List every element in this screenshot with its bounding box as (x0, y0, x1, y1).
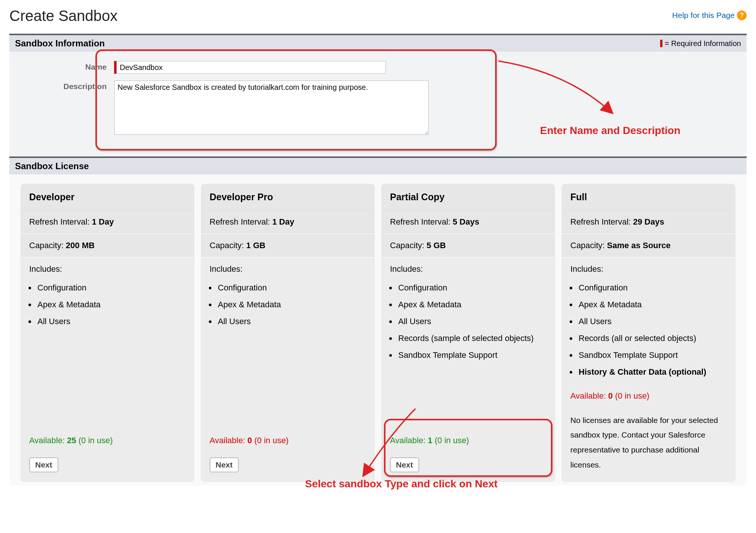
refresh-interval-row: Refresh Interval: 5 Days (382, 210, 555, 234)
required-indicator-icon (660, 40, 662, 47)
refresh-interval-row: Refresh Interval: 29 Days (562, 210, 735, 234)
includes-item: Sandbox Template Support (577, 347, 727, 363)
help-link-label: Help for this Page (672, 11, 735, 20)
name-input[interactable] (116, 61, 386, 74)
sandbox-information-header: Sandbox Information = Required Informati… (9, 34, 747, 52)
available-row: Available: 25 (0 in use) (21, 429, 194, 452)
license-title: Developer Pro (201, 184, 374, 210)
name-label: Name (17, 61, 114, 71)
includes-section: Includes:ConfigurationApex & MetadataAll… (562, 258, 735, 384)
includes-item: Records (all or selected objects) (577, 330, 727, 347)
includes-item: Configuration (216, 279, 366, 296)
includes-item: Configuration (397, 279, 546, 296)
description-textarea[interactable]: New Salesforce Sandbox is created by tut… (114, 80, 429, 135)
includes-item: Sandbox Template Support (397, 347, 546, 363)
available-row: Available: 0 (0 in use) (562, 384, 735, 408)
help-icon: ? (737, 10, 747, 20)
includes-item: Apex & Metadata (397, 296, 546, 313)
section-title: Sandbox License (15, 161, 89, 171)
next-button[interactable]: Next (29, 457, 58, 472)
license-card-developer: DeveloperRefresh Interval: 1 DayCapacity… (21, 184, 194, 482)
sandbox-license-body: DeveloperRefresh Interval: 1 DayCapacity… (9, 174, 747, 485)
license-card-partial-copy: Partial CopyRefresh Interval: 5 DaysCapa… (381, 184, 555, 482)
capacity-row: Capacity: Same as Source (562, 234, 735, 258)
includes-item: All Users (216, 313, 366, 330)
includes-item: All Users (36, 313, 186, 330)
includes-section: Includes:ConfigurationApex & MetadataAll… (201, 258, 374, 429)
refresh-interval-row: Refresh Interval: 1 Day (21, 210, 194, 234)
includes-item: Configuration (577, 279, 727, 296)
license-action: Next (382, 452, 555, 481)
next-button[interactable]: Next (210, 457, 239, 472)
capacity-row: Capacity: 200 MB (21, 234, 194, 258)
includes-item: Configuration (36, 279, 186, 296)
available-row: Available: 1 (0 in use) (382, 429, 555, 452)
capacity-row: Capacity: 1 GB (201, 234, 374, 258)
refresh-interval-row: Refresh Interval: 1 Day (201, 210, 374, 234)
sandbox-license-header: Sandbox License (9, 156, 747, 174)
sandbox-information-body: Enter Name and Description Name Descript… (9, 52, 747, 156)
includes-item: Apex & Metadata (577, 296, 727, 313)
license-action: No licenses are available for your selec… (562, 408, 735, 482)
available-row: Available: 0 (0 in use) (201, 429, 374, 452)
required-information-note: = Required Information (660, 39, 741, 48)
includes-item: All Users (397, 313, 546, 330)
license-card-full: FullRefresh Interval: 29 DaysCapacity: S… (562, 184, 735, 482)
section-title: Sandbox Information (15, 38, 105, 49)
page-header: Create Sandbox Help for this Page ? (9, 7, 747, 24)
includes-item: History & Chatter Data (optional) (577, 363, 727, 380)
license-title: Full (562, 184, 735, 210)
includes-item: Records (sample of selected objects) (397, 330, 546, 347)
capacity-row: Capacity: 5 GB (382, 234, 555, 258)
help-for-page-link[interactable]: Help for this Page ? (672, 10, 747, 20)
license-card-developer-pro: Developer ProRefresh Interval: 1 DayCapa… (201, 184, 375, 482)
includes-section: Includes:ConfigurationApex & MetadataAll… (382, 258, 555, 429)
license-action: Next (21, 452, 194, 481)
includes-item: All Users (577, 313, 727, 330)
includes-section: Includes:ConfigurationApex & MetadataAll… (21, 258, 194, 429)
license-action: Next (201, 452, 374, 481)
page-title: Create Sandbox (9, 7, 118, 24)
description-label: Description (17, 80, 114, 91)
next-button[interactable]: Next (390, 457, 419, 472)
includes-item: Apex & Metadata (36, 296, 186, 313)
license-title: Partial Copy (382, 184, 555, 210)
includes-item: Apex & Metadata (216, 296, 366, 313)
license-title: Developer (21, 184, 194, 210)
